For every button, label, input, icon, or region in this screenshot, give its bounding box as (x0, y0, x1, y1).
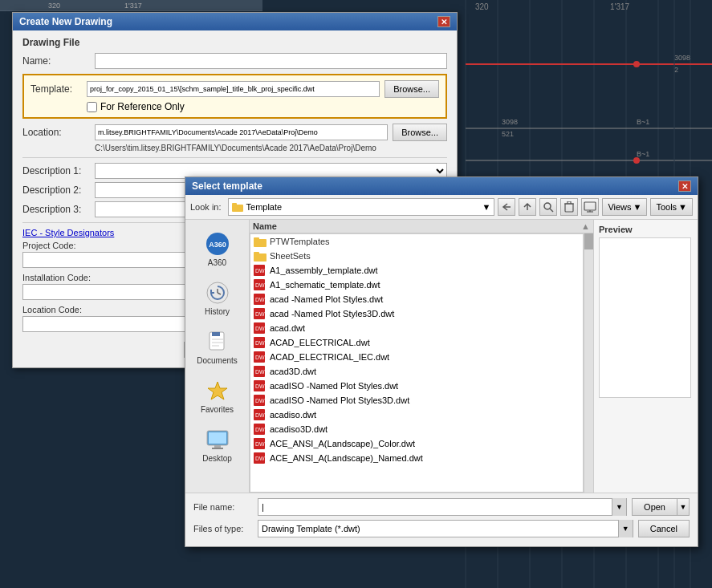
reference-only-checkbox[interactable] (87, 102, 97, 112)
tools-arrow: ▼ (678, 202, 687, 212)
svg-text:DWT: DWT (255, 412, 266, 418)
file-name-dropdown[interactable]: ▼ (612, 498, 626, 516)
list-item[interactable]: DWTACAD_ELECTRICAL_IEC.dwt (250, 350, 583, 364)
dwt-icon: DWT (254, 308, 266, 319)
views-button[interactable]: Views ▼ (602, 198, 647, 216)
delete-button[interactable] (560, 198, 578, 216)
list-item[interactable]: DWTACE_ANSI_A(Landscape)_Color.dwt (250, 436, 583, 451)
look-in-label: Look in: (190, 202, 222, 212)
sidebar-item-favorites[interactable]: Favorites (189, 375, 246, 417)
up-button[interactable] (519, 198, 536, 216)
network-button[interactable] (581, 198, 599, 216)
svg-rect-48 (212, 448, 223, 449)
select-dialog-title: Select template (192, 180, 262, 192)
name-label: Name: (22, 55, 95, 67)
svg-text:DWT: DWT (255, 369, 266, 375)
file-list-scrollbar[interactable] (584, 233, 593, 493)
history-svg (205, 280, 230, 306)
list-item-label: A1_schematic_template.dwt (270, 280, 380, 290)
list-item[interactable]: DWTacadISO -Named Plot Styles.dwt (250, 379, 583, 393)
list-item[interactable]: DWTA1_schematic_template.dwt (250, 278, 583, 292)
template-browse-button[interactable]: Browse... (384, 80, 439, 98)
list-item[interactable]: SheetSets (250, 249, 583, 263)
open-dropdown-arrow[interactable]: ▼ (677, 498, 690, 516)
look-in-dropdown[interactable]: Template ▼ (228, 198, 495, 216)
svg-text:DWT: DWT (255, 311, 266, 317)
views-label: Views (608, 202, 631, 212)
list-item-label: acad -Named Plot Styles.dwt (270, 294, 383, 304)
list-item-label: ACAD_ELECTRICAL.dwt (270, 338, 370, 347)
list-item[interactable]: DWTacadISO -Named Plot Styles3D.dwt (250, 393, 583, 408)
svg-text:B~1: B~1 (637, 150, 649, 158)
sidebar-item-a360[interactable]: A360 A360 (189, 228, 246, 270)
files-of-type-row: Files of type: Drawing Template (*.dwt) … (193, 520, 690, 537)
file-name-input[interactable] (258, 502, 612, 512)
dwt-icon: DWT (254, 424, 266, 435)
list-item-label: acadISO -Named Plot Styles.dwt (270, 381, 398, 391)
network-icon (584, 201, 596, 213)
search-button[interactable] (539, 198, 557, 216)
svg-rect-22 (232, 205, 243, 212)
back-button[interactable] (498, 198, 515, 216)
list-item[interactable]: DWTacad -Named Plot Styles3D.dwt (250, 306, 583, 321)
delete-icon (564, 201, 574, 213)
list-item[interactable]: DWTacad -Named Plot Styles.dwt (250, 292, 583, 306)
history-icon (205, 280, 230, 306)
sidebar-item-documents[interactable]: Documents (189, 326, 246, 368)
list-item[interactable]: DWTACAD_ELECTRICAL.dwt (250, 335, 583, 350)
cancel-button[interactable]: Cancel (638, 520, 690, 537)
location-section: Location: Browse... C:\Users\tim.litsey.… (22, 124, 447, 152)
list-item[interactable]: PTWTemplates (250, 234, 583, 249)
list-item-label: ACE_ANSI_A(Landscape)_Color.dwt (270, 439, 415, 448)
list-item[interactable]: DWTacad.dwt (250, 321, 583, 335)
list-item-label: acadiso.dwt (270, 410, 316, 420)
svg-text:DWT: DWT (255, 340, 266, 346)
folder-icon (254, 236, 266, 247)
location-browse-button[interactable]: Browse... (393, 124, 447, 141)
create-dialog-close[interactable]: ✕ (437, 16, 450, 27)
svg-text:DWT: DWT (255, 441, 266, 447)
svg-text:DWT: DWT (255, 427, 266, 432)
list-item[interactable]: DWTACE_ANSI_A(Landscape)_Named.dwt (250, 451, 583, 465)
dwt-icon: DWT (254, 294, 266, 305)
list-item[interactable]: DWTacadiso.dwt (250, 408, 583, 422)
file-list-header: Name ▲ (250, 220, 593, 233)
sidebar-favorites-label: Favorites (201, 405, 234, 414)
sidebar-item-desktop[interactable]: Desktop (189, 424, 246, 466)
name-row: Name: (22, 53, 447, 69)
list-item[interactable]: DWTacadiso3D.dwt (250, 422, 583, 436)
list-item[interactable]: DWTacad3D.dwt (250, 364, 583, 379)
svg-marker-44 (208, 382, 227, 399)
desktop-icon (205, 427, 230, 452)
separator-1 (22, 157, 447, 158)
svg-text:2: 2 (674, 66, 678, 74)
name-input[interactable] (95, 53, 447, 69)
svg-point-21 (633, 157, 640, 164)
sidebar-documents-label: Documents (197, 356, 238, 365)
tools-button[interactable]: Tools ▼ (650, 198, 693, 216)
name-column-header: Name (253, 221, 581, 231)
tools-label: Tools (656, 202, 677, 212)
look-in-value: Template (246, 202, 283, 212)
sidebar-panel: A360 A360 History (185, 220, 250, 493)
folder-icon (254, 250, 266, 262)
open-button[interactable]: Open (632, 498, 677, 516)
svg-text:DWT: DWT (255, 398, 266, 403)
svg-point-24 (544, 203, 551, 209)
select-dialog-close[interactable]: ✕ (678, 180, 691, 192)
desc3-label: Description 3: (22, 204, 95, 215)
location-input[interactable] (95, 124, 388, 140)
list-item[interactable]: DWTA1_assembly_template.dwt (250, 263, 583, 278)
svg-text:1'317: 1'317 (610, 2, 630, 11)
svg-text:DWT: DWT (255, 355, 266, 360)
svg-rect-52 (254, 252, 259, 254)
list-item-label: ACAD_ELECTRICAL_IEC.dwt (270, 352, 389, 362)
dwt-icon: DWT (254, 438, 266, 449)
sidebar-history-label: History (205, 307, 230, 316)
svg-text:DWT: DWT (255, 282, 266, 288)
template-input[interactable] (87, 81, 380, 97)
files-of-type-dropdown[interactable]: ▼ (618, 520, 633, 537)
files-of-type-value: Drawing Template (*.dwt) (258, 524, 618, 533)
sidebar-item-history[interactable]: History (189, 277, 246, 319)
select-dialog-titlebar: Select template ✕ (185, 177, 698, 195)
